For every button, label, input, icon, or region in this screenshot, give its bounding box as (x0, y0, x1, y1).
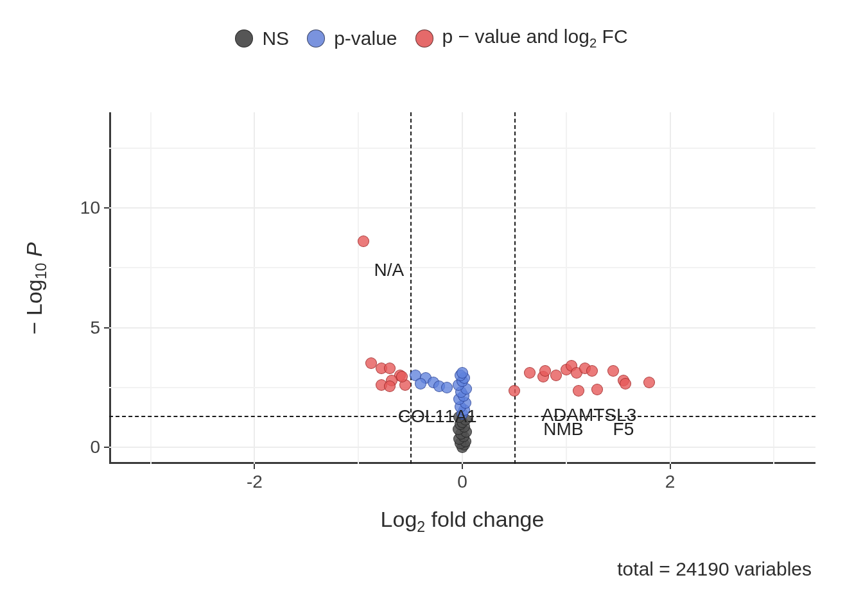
legend: NS p-value p − value and log2 FC (0, 26, 863, 51)
data-point (607, 365, 619, 377)
data-point (550, 370, 562, 381)
x-axis-label: Log2 fold change (109, 507, 815, 536)
legend-item-pvalue: p-value (307, 28, 397, 49)
data-point (384, 381, 396, 392)
legend-item-ns: NS (235, 28, 289, 49)
legend-dot-icon (415, 30, 433, 47)
chart-container: NS p-value p − value and log2 FC − Log10… (0, 0, 863, 616)
y-axis-line (109, 112, 111, 464)
y-tick-label: 5 (90, 318, 100, 338)
legend-dot-icon (307, 30, 325, 47)
data-point (396, 371, 408, 382)
x-tick-label: -2 (247, 472, 263, 492)
tick-mark (104, 447, 109, 448)
plot-area: N/ACOL11A1ADAMTSL3NMBF5 (109, 112, 815, 464)
y-tick-label: 0 (90, 437, 100, 458)
y-axis-label: − Log10 P (23, 112, 49, 464)
x-tick-label: 2 (665, 472, 676, 492)
gridline-h-minor (109, 148, 815, 149)
gridline-h (109, 327, 815, 329)
data-point (586, 365, 598, 377)
legend-label: p-value (334, 28, 397, 49)
data-point (457, 367, 468, 379)
gridline-v-minor (150, 112, 152, 464)
gridline-v (254, 112, 255, 464)
tick-mark (670, 464, 671, 469)
tick-mark (104, 327, 109, 329)
data-point (620, 378, 631, 389)
data-point (573, 385, 584, 397)
legend-label: NS (262, 28, 289, 49)
point-label: F5 (613, 419, 634, 440)
gridline-h (109, 207, 815, 209)
data-point (415, 378, 426, 389)
tick-mark (462, 464, 463, 469)
gridline-v-minor (358, 112, 359, 464)
legend-dot-icon (235, 30, 253, 47)
data-point (591, 384, 603, 395)
gridline-h-minor (109, 267, 815, 268)
x-tick-label: 0 (457, 472, 467, 492)
threshold-vline (514, 112, 516, 464)
point-label: COL11A1 (398, 406, 477, 427)
tick-mark (254, 464, 255, 469)
gridline-v (670, 112, 671, 464)
data-point (643, 377, 655, 388)
data-point (441, 382, 453, 393)
data-point (509, 385, 520, 397)
chart-caption: total = 24190 variables (617, 558, 812, 580)
y-tick-label: 10 (80, 198, 100, 218)
legend-label: p − value and log2 FC (442, 26, 628, 51)
data-point (524, 367, 536, 379)
point-label: NMB (543, 419, 583, 440)
data-point (358, 235, 369, 247)
gridline-v-minor (773, 112, 774, 464)
legend-item-pvalue-fc: p − value and log2 FC (415, 26, 628, 51)
data-point (384, 363, 396, 374)
point-label: N/A (374, 260, 404, 280)
tick-mark (104, 207, 109, 209)
